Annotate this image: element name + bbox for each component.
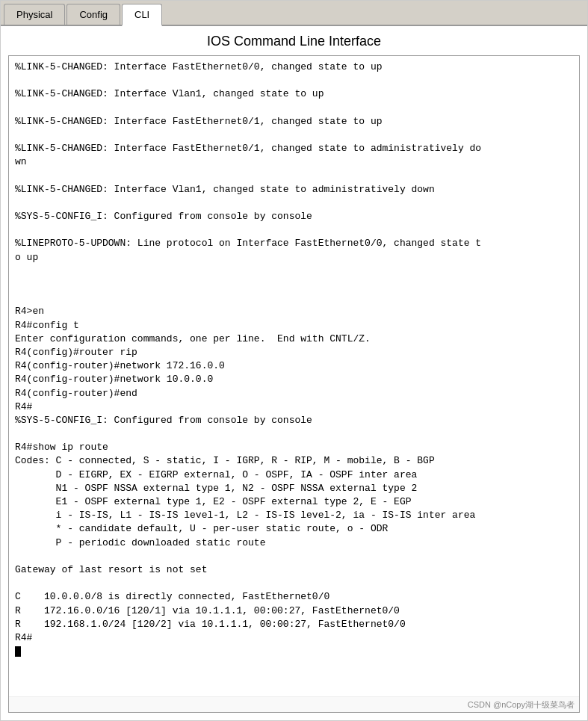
watermark: CSDN @nCopy湖十级菜鸟者 [9,696,579,712]
main-content: IOS Command Line Interface %LINK-5-CHANG… [1,26,587,720]
terminal-output: %LINK-5-CHANGED: Interface FastEthernet0… [15,61,573,645]
tab-bar: Physical Config CLI [1,1,587,26]
terminal-scroll[interactable]: %LINK-5-CHANGED: Interface FastEthernet0… [9,56,579,696]
terminal-container: %LINK-5-CHANGED: Interface FastEthernet0… [8,55,580,713]
tab-config[interactable]: Config [66,4,120,25]
tab-cli[interactable]: CLI [122,4,162,26]
window-container: Physical Config CLI IOS Command Line Int… [0,0,588,721]
tab-physical[interactable]: Physical [4,4,65,25]
terminal-cursor [15,646,21,657]
page-title: IOS Command Line Interface [8,34,580,49]
